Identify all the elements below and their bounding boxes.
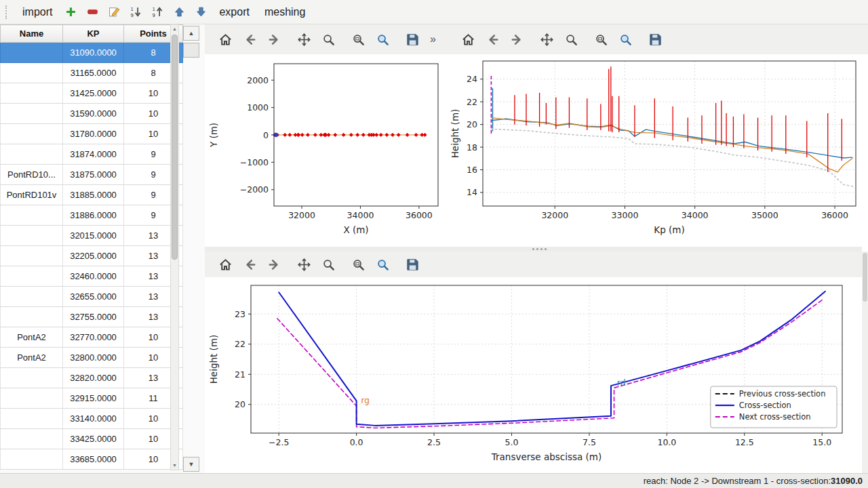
remove-cross-section-button[interactable] xyxy=(82,3,102,22)
longitudinal-profile-chart[interactable]: 3200033000340003500036000141618202224Kp … xyxy=(448,54,863,247)
add-cross-section-button[interactable] xyxy=(60,3,81,22)
table-scrollbar-thumb[interactable] xyxy=(172,35,178,260)
cell-kp[interactable]: 32770.0000 xyxy=(63,327,124,348)
cell-name[interactable] xyxy=(1,246,63,266)
table-row[interactable]: 32205.000013 xyxy=(1,246,183,266)
forward-button[interactable] xyxy=(507,28,527,50)
back-button[interactable] xyxy=(239,28,260,50)
right-scrollbar[interactable] xyxy=(862,251,868,473)
plan-view-chart[interactable]: 320003400036000−2000−1000010002000X (m)Y… xyxy=(206,54,448,247)
sort-ascending-button[interactable]: 19 xyxy=(147,3,167,22)
export-button[interactable]: export xyxy=(212,3,256,22)
cell-kp[interactable]: 31780.0000 xyxy=(63,124,124,144)
cell-kp[interactable]: 33140.0000 xyxy=(63,409,124,429)
save-button[interactable] xyxy=(402,28,422,50)
cell-kp[interactable]: 31874.0000 xyxy=(63,144,124,165)
table-row[interactable]: 33685.000010 xyxy=(1,449,183,470)
cell-name[interactable]: PontRD101v xyxy=(1,185,63,205)
table-row[interactable]: 31874.00009 xyxy=(1,144,183,165)
cell-kp[interactable]: 31875.0000 xyxy=(63,165,124,185)
zoom-button[interactable] xyxy=(561,28,581,50)
cell-name[interactable] xyxy=(1,226,63,246)
zoom-selected-button[interactable] xyxy=(372,253,393,275)
sort-descending-button[interactable]: 19 xyxy=(125,3,146,22)
cell-kp[interactable]: 32820.0000 xyxy=(63,368,124,388)
panel-scroll-down-button[interactable]: ▼ xyxy=(183,457,199,472)
cell-kp[interactable]: 32460.0000 xyxy=(63,266,124,287)
cell-name[interactable] xyxy=(1,104,63,124)
table-row[interactable]: 32755.000013 xyxy=(1,307,183,327)
table-row[interactable]: 32655.000013 xyxy=(1,287,183,307)
horizontal-splitter[interactable] xyxy=(205,247,862,251)
table-row[interactable]: 32460.000013 xyxy=(1,266,183,287)
toolbar-grip[interactable] xyxy=(5,5,11,19)
cell-kp[interactable]: 32015.0000 xyxy=(63,226,124,246)
cell-kp[interactable]: 31886.0000 xyxy=(63,205,124,226)
table-row[interactable]: 31886.00009 xyxy=(1,205,183,226)
zoom-rect-button[interactable] xyxy=(591,28,611,50)
table-row[interactable]: 31090.00008 xyxy=(1,43,183,63)
home-button[interactable] xyxy=(458,28,478,50)
home-button[interactable] xyxy=(215,28,235,50)
panel-scrollbar-thumb[interactable] xyxy=(183,43,199,58)
cell-kp[interactable]: 32915.0000 xyxy=(63,388,124,409)
table-row[interactable]: 31425.000010 xyxy=(1,83,183,104)
table-scrollbar[interactable]: ▲ ▼ xyxy=(170,24,179,470)
zoom-button[interactable] xyxy=(318,253,338,275)
meshing-button[interactable]: meshing xyxy=(258,3,312,22)
cell-name[interactable] xyxy=(1,144,63,165)
pan-button[interactable] xyxy=(294,28,314,50)
right-scrollbar-thumb[interactable] xyxy=(863,253,867,302)
cell-name[interactable]: PontA2 xyxy=(1,327,63,348)
table-row[interactable]: 33140.000010 xyxy=(1,409,183,429)
panel-scroll-up-button[interactable]: ▲ xyxy=(183,26,199,41)
move-down-button[interactable] xyxy=(191,3,211,22)
cell-name[interactable] xyxy=(1,429,63,449)
back-button[interactable] xyxy=(239,253,260,275)
cell-kp[interactable]: 31885.0000 xyxy=(63,185,124,205)
column-header-name[interactable]: Name xyxy=(1,25,63,43)
cell-kp[interactable]: 31425.0000 xyxy=(63,83,124,104)
table-row[interactable]: PontRD10...31875.00009 xyxy=(1,165,183,185)
zoom-rect-button[interactable] xyxy=(348,28,368,50)
save-button[interactable] xyxy=(402,253,422,275)
cell-kp[interactable]: 33425.0000 xyxy=(63,429,124,449)
cell-name[interactable] xyxy=(1,368,63,388)
cell-name[interactable] xyxy=(1,63,63,83)
cell-kp[interactable]: 32205.0000 xyxy=(63,246,124,266)
back-button[interactable] xyxy=(482,28,502,50)
scroll-down-icon[interactable]: ▼ xyxy=(171,462,178,470)
save-button[interactable] xyxy=(645,28,665,50)
cell-kp[interactable]: 32755.0000 xyxy=(63,307,124,327)
scroll-up-icon[interactable]: ▲ xyxy=(171,25,178,33)
home-button[interactable] xyxy=(215,253,235,275)
table-row[interactable]: PontA232770.000010 xyxy=(1,327,183,348)
cell-name[interactable] xyxy=(1,388,63,409)
cell-name[interactable] xyxy=(1,409,63,429)
table-row[interactable]: 33425.000010 xyxy=(1,429,183,449)
table-row[interactable]: PontA232800.000010 xyxy=(1,348,183,368)
cell-name[interactable]: PontRD10... xyxy=(1,165,63,185)
table-row[interactable]: 31165.00008 xyxy=(1,63,183,83)
cell-name[interactable] xyxy=(1,449,63,470)
table-row[interactable]: 32915.000011 xyxy=(1,388,183,409)
table-row[interactable]: 32820.000013 xyxy=(1,368,183,388)
move-up-button[interactable] xyxy=(169,3,189,22)
zoom-rect-button[interactable] xyxy=(348,253,368,275)
pan-button[interactable] xyxy=(294,253,314,275)
column-header-kp[interactable]: KP xyxy=(63,25,124,43)
zoom-button[interactable] xyxy=(318,28,338,50)
cell-kp[interactable]: 31590.0000 xyxy=(63,104,124,124)
table-row[interactable]: 32015.000013 xyxy=(1,226,183,246)
table-row[interactable]: PontRD101v31885.00009 xyxy=(1,185,183,205)
cell-name[interactable] xyxy=(1,287,63,307)
cell-name[interactable] xyxy=(1,266,63,287)
cell-kp[interactable]: 32655.0000 xyxy=(63,287,124,307)
cell-name[interactable] xyxy=(1,124,63,144)
cell-kp[interactable]: 31165.0000 xyxy=(63,63,124,83)
cell-name[interactable] xyxy=(1,83,63,104)
cell-name[interactable] xyxy=(1,43,63,63)
pan-button[interactable] xyxy=(536,28,557,50)
cell-kp[interactable]: 32800.0000 xyxy=(63,348,124,368)
import-button[interactable]: import xyxy=(16,3,59,22)
